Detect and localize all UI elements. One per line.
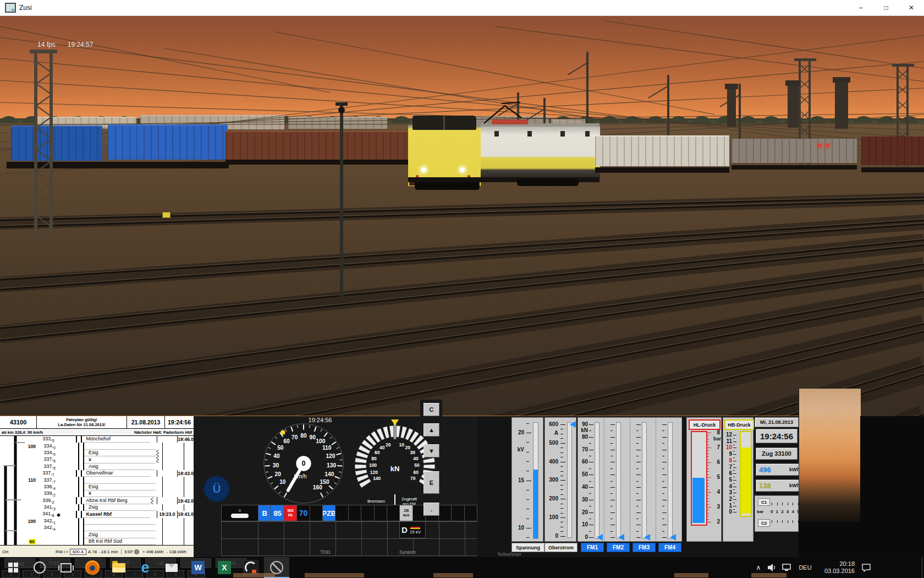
tick [589,519,591,519]
tick [733,496,735,497]
tick [589,462,593,462]
tick [610,512,615,513]
gauge-tick-label: 30 [578,497,588,503]
timetable-row: 100334,0 [25,443,194,449]
tick [662,525,667,525]
timetable-row: 100342,1 [25,518,194,525]
file-explorer-button[interactable] [106,557,132,578]
tick [733,487,736,487]
station-name: ¥ [84,490,156,497]
mail-button[interactable] [158,557,185,578]
tray-clock[interactable]: 20:18 03.03.2016 [818,557,855,578]
fm-gauge-2 [604,418,630,541]
dash-button-down[interactable]: ▼ [424,444,439,457]
gauge-tick-label: 40 [578,484,588,490]
tick [610,456,613,456]
dash-button-dot[interactable]: . [424,503,439,516]
tick [707,507,711,508]
a-value: A 78 [88,549,97,554]
station-name [84,518,156,525]
toolbar-peek [305,573,364,577]
tick [589,456,591,456]
pzb-cell [336,505,348,521]
tick [772,520,772,523]
timetable-row: 341,8◆Kassel Rbf19:23.019:41.0 [25,511,194,517]
c-scale-number: 1 [776,509,778,514]
pzb-cell: PZB [323,505,336,521]
dash-button-c[interactable]: C [424,403,439,416]
station-name: Kassel Rbf [82,511,151,518]
energy-recovered: - 138 kWh [167,549,186,554]
teilnehmer-label: Teilnehmer [497,552,521,557]
gauge-channel [595,422,600,539]
tick [636,462,641,462]
firefox-button[interactable] [79,557,106,578]
tick [733,493,736,493]
maximize-button[interactable]: □ [873,0,899,15]
km-position: 338,4 [36,484,56,490]
dash-button-e[interactable]: E [424,471,439,494]
language-indicator[interactable]: DEU [795,557,815,578]
departure-time [184,490,194,497]
tick [610,500,615,500]
timetable-row: 110337,7 [25,477,194,483]
energy-recovered-box: 138 kWh [756,479,803,492]
tick [636,525,641,525]
hb-fill [741,448,751,514]
edge-button[interactable]: e [132,557,158,578]
start-button[interactable] [0,557,26,578]
tick [610,437,615,438]
station-name: Esig [84,484,156,490]
svg-text:140: 140 [373,476,381,481]
windows-taskbar: ZugFSDLsOLsTLWRWZeit1234567890 e W X [0,557,924,578]
train-id: Zug 33100 [756,448,798,460]
word-icon: W [191,561,205,574]
hl-tube [691,431,707,526]
pzb-cell [439,505,452,521]
fm-button-4[interactable]: FM4 [658,543,681,552]
tick [733,470,735,471]
word-button[interactable]: W [185,557,211,578]
tick [788,503,788,505]
task-view-button[interactable] [53,557,79,578]
gauge-tick-label: 0 [724,509,732,515]
tick [589,487,593,488]
cortana-button[interactable] [26,557,53,578]
minimize-button[interactable]: – [848,0,873,15]
notification-icon[interactable] [858,557,875,578]
tick [560,466,563,467]
tick [733,512,736,512]
show-desktop-divider[interactable] [922,557,922,578]
tick [707,460,709,460]
tick [707,513,709,514]
svg-text:150: 150 [320,479,329,485]
timetable-header: 43100 Fahrplan gültig! La-Daten für 21.0… [0,416,194,429]
gauge-tick-label: 15 [513,477,524,483]
tick [636,506,639,506]
tick [707,433,711,433]
arrival-time [162,477,184,483]
gauge-tick-label: 50 [578,471,588,477]
close-button[interactable]: ✕ [899,0,924,15]
fm-button-1[interactable]: FM1 [581,543,604,552]
current-field[interactable]: 600 A [70,549,86,555]
tick [707,456,709,457]
svg-text:40: 40 [380,445,385,450]
tick [589,437,593,438]
gauge-tick-label: 9 [724,451,732,457]
gauge-tick-label: 4 [712,489,720,495]
fm-button-3[interactable]: FM3 [632,543,656,552]
tick [589,443,591,444]
timetable-footer: Ort RW / r 600 A A 78 -16:1 min ESF + 49… [0,545,194,558]
fm-button-2[interactable]: FM2 [607,543,630,552]
tick [589,430,591,431]
c2-label: C2 [758,519,770,527]
tick [560,424,565,425]
tick [560,522,563,522]
secondary-view-image [799,389,861,522]
tick [560,452,563,453]
fm-zero-marker [670,534,676,541]
tick [526,490,529,490]
esf-indicator [134,549,139,554]
dash-button-up[interactable]: ▲ [424,423,439,437]
